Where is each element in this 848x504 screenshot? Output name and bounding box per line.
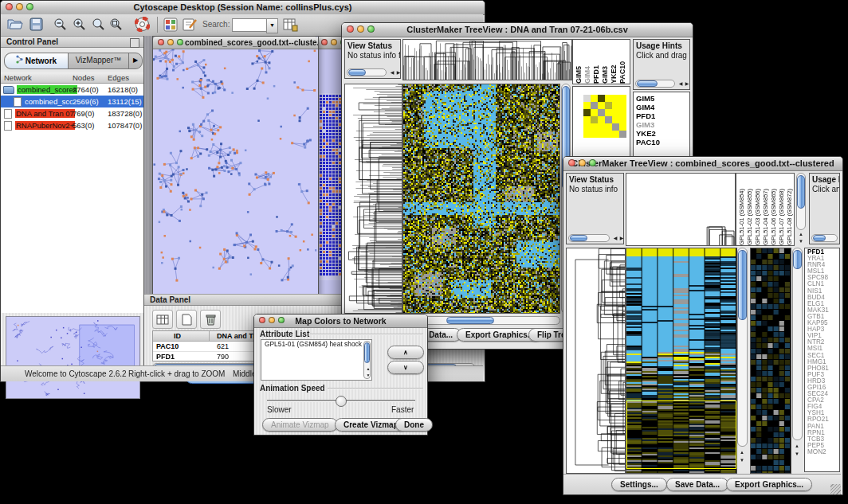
gene-label[interactable]: TCB3 — [807, 436, 839, 443]
treeview1-column-labels[interactable]: GIM5GIM4PFD1GIM3YKE2PAC10 — [572, 39, 630, 84]
column-label[interactable]: GPL51-07 (GSM868) — [778, 189, 785, 245]
usage-hints-hscrollbar[interactable] — [635, 80, 675, 88]
close-button[interactable] — [259, 317, 265, 323]
network-list-row[interactable]: DNA and Tran 07769(0)183728(0) — [1, 107, 143, 119]
zoom-fit-icon[interactable] — [92, 18, 106, 35]
gene-label[interactable]: PEP5 — [807, 443, 839, 449]
gene-label[interactable]: VIP1 — [807, 333, 839, 339]
scroll-up-icon[interactable]: ▲ — [797, 232, 805, 237]
treeview2-column-dendrogram[interactable] — [626, 173, 736, 246]
zoom-button[interactable] — [367, 25, 375, 33]
resize-grip[interactable] — [830, 484, 841, 494]
row-label[interactable]: PFD1 — [636, 111, 689, 120]
settings-button[interactable]: Settings... — [611, 478, 667, 491]
gene-label[interactable]: PAN1 — [807, 424, 839, 430]
gene-label[interactable]: RPO21 — [807, 416, 839, 423]
network-list-row[interactable]: combined_sco2569(6)13112(15) — [1, 96, 143, 107]
done-button[interactable]: Done — [395, 418, 433, 432]
column-label[interactable]: GPL51-06 (GSM865) — [770, 189, 777, 245]
network-list-row[interactable]: combined_scores2764(0)16218(0) — [1, 84, 143, 96]
network-view-1-titlebar[interactable]: combined_scores_good.txt--cluste... — [153, 37, 318, 49]
gene-label[interactable]: HMG1 — [807, 359, 839, 365]
minimize-button[interactable] — [579, 159, 586, 166]
zoom-out-icon[interactable] — [53, 18, 68, 35]
search-input[interactable] — [232, 18, 267, 32]
gene-label[interactable]: PFD1 — [807, 249, 839, 256]
treeview2-vscrollbar[interactable] — [737, 248, 748, 447]
zoom-selected-icon[interactable] — [109, 18, 124, 35]
minimize-button[interactable] — [16, 3, 23, 10]
minimize-button[interactable] — [269, 317, 275, 323]
gene-label[interactable]: ELG1 — [807, 301, 839, 307]
animate-vizmap-button[interactable]: Animate Vizmap — [262, 418, 338, 432]
treeview2-zoom-vscrollbar[interactable] — [792, 248, 803, 440]
gene-label[interactable]: GPI16 — [807, 385, 839, 391]
column-label[interactable]: GPL51-04 (GSM857) — [762, 189, 769, 245]
scroll-right-icon[interactable]: ▶ — [618, 236, 624, 241]
gene-label[interactable]: PUF3 — [807, 372, 839, 378]
vizmapper-icon[interactable] — [163, 18, 178, 35]
zoom-in-icon[interactable] — [73, 18, 87, 35]
gene-label[interactable]: YRA1 — [807, 256, 839, 262]
cytoscape-titlebar[interactable]: Cytoscape Desktop (Session Name: collins… — [1, 1, 485, 15]
gene-label[interactable]: SPC98 — [807, 275, 839, 281]
column-label[interactable]: PAC10 — [618, 61, 626, 84]
zoom-button[interactable] — [278, 317, 285, 323]
row-label[interactable]: GIM5 — [636, 94, 689, 103]
row-label[interactable]: YKE2 — [636, 129, 689, 138]
zoom-button[interactable] — [177, 39, 183, 45]
treeview1-row-dendrogram[interactable] — [344, 84, 402, 314]
treeview2-gene-labels[interactable]: PFD1YRA1RNR4MSL1SPC98CLN1NIS1BUD4ELG1MAK… — [804, 248, 840, 472]
new-attribute-icon[interactable] — [176, 310, 197, 329]
column-label[interactable]: GPL51-08 (GSM872) — [786, 189, 793, 245]
gene-label[interactable]: MAK31 — [807, 307, 839, 314]
column-label[interactable]: GIM5 — [575, 66, 582, 84]
minimize-button[interactable] — [357, 25, 364, 33]
row-label[interactable]: GIM4 — [636, 103, 689, 111]
treeview2-collabel-vscrollbar[interactable] — [796, 173, 806, 230]
move-down-button[interactable]: ∨ — [387, 361, 424, 374]
minimize-button[interactable] — [167, 39, 174, 45]
gene-label[interactable]: CPA2 — [807, 397, 839, 404]
tab-network[interactable]: Network — [5, 53, 69, 68]
tab-vizmapper[interactable]: VizMapper™ — [69, 53, 128, 68]
move-up-button[interactable]: ∧ — [387, 346, 424, 359]
zoom-button[interactable] — [26, 3, 33, 10]
treeview2-titlebar[interactable]: ClusterMaker TreeView : combined_scores_… — [563, 157, 842, 171]
treeview2-column-labels[interactable]: GPL51-01 (GSM854)GPL51-02 (GSM855)GPL51-… — [736, 173, 795, 246]
column-label[interactable]: GPL51-03 (GSM856) — [754, 189, 761, 245]
row-label[interactable]: PAC10 — [636, 138, 689, 147]
gene-label[interactable]: PHO81 — [807, 365, 839, 372]
gene-label[interactable]: SEC24 — [807, 391, 839, 397]
search-dropdown-button[interactable]: ▼ — [266, 18, 278, 33]
tab-overflow-arrow[interactable]: ▶ — [128, 53, 142, 68]
attribute-list[interactable]: GPL51-01 (GSM854) heat shock 05 minGPL51… — [261, 339, 372, 381]
attribute-list-item[interactable]: GPL51-01 (GSM854) heat shock 05 min — [263, 341, 363, 348]
close-button[interactable] — [568, 159, 575, 166]
view-status-hscrollbar[interactable] — [347, 68, 387, 76]
scroll-down-icon[interactable]: ▼ — [797, 239, 805, 244]
dialog-titlebar[interactable]: Map Colors to Network — [254, 315, 427, 328]
gene-label[interactable]: FIG4 — [807, 404, 839, 410]
attribute-browser-icon[interactable] — [283, 18, 298, 35]
gene-label[interactable]: HAP3 — [807, 326, 839, 333]
gene-label[interactable]: CLN1 — [807, 281, 839, 287]
network-overview-thumbnail[interactable] — [6, 316, 140, 399]
close-button[interactable] — [321, 39, 328, 45]
network-canvas[interactable] — [153, 49, 316, 297]
scroll-down-icon[interactable]: ▼ — [365, 373, 371, 378]
delete-attribute-icon[interactable] — [200, 310, 221, 329]
scroll-down-icon[interactable]: ▼ — [738, 458, 746, 463]
gene-label[interactable]: NIS1 — [807, 288, 839, 295]
treeview2-heatmap[interactable] — [626, 248, 737, 474]
close-button[interactable] — [158, 39, 164, 45]
select-attributes-icon[interactable] — [152, 310, 173, 329]
gene-label[interactable]: MSI1 — [807, 346, 839, 352]
correlation-mini-heatmap[interactable] — [583, 95, 626, 138]
column-label[interactable]: YKE2 — [610, 64, 617, 84]
network-list-row[interactable]: RNAPuberNov2+563(0)107847(0) — [1, 119, 143, 131]
column-label[interactable]: GIM3 — [601, 66, 608, 84]
network-canvas-grid[interactable] — [319, 93, 343, 280]
minimize-button[interactable] — [331, 39, 337, 45]
scroll-right-icon[interactable]: ▶ — [395, 70, 401, 76]
